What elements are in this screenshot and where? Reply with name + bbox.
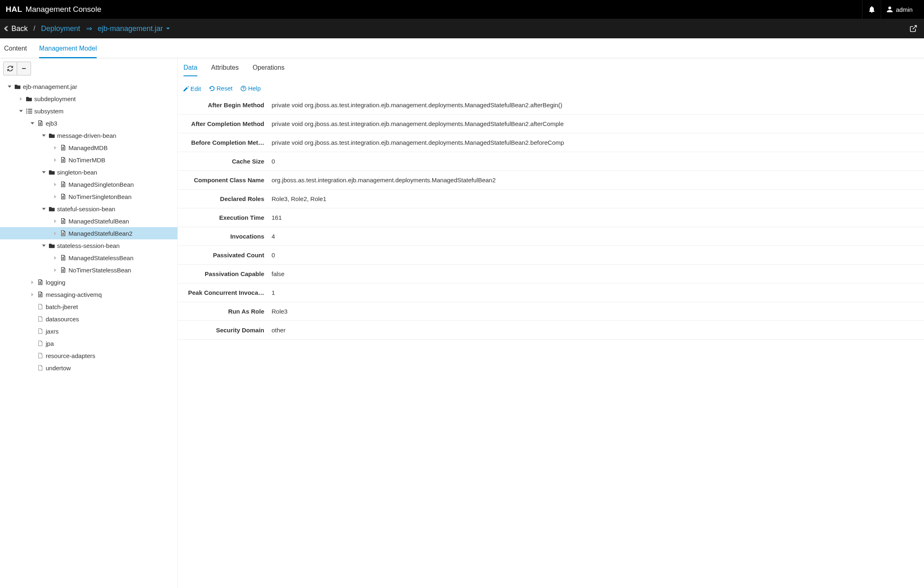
reset-button[interactable]: Reset bbox=[209, 85, 232, 92]
data-label: Passivation Capable bbox=[178, 270, 272, 277]
tree-row[interactable]: NoTimerMDB bbox=[0, 154, 177, 166]
data-label: Declared Roles bbox=[178, 195, 272, 202]
breadcrumb: Back / Deployment ⇒ ejb-management.jar bbox=[4, 24, 170, 33]
user-menu[interactable]: admin bbox=[881, 0, 918, 19]
tree-caret-icon bbox=[29, 122, 36, 125]
data-label: After Completion Method bbox=[178, 120, 272, 127]
tree-row[interactable]: message-driven-bean bbox=[0, 129, 177, 141]
tree-row[interactable]: NoTimerSingletonBean bbox=[0, 190, 177, 203]
tree-row[interactable]: ManagedStatelessBean bbox=[0, 252, 177, 264]
tree-row[interactable]: ManagedSingletonBean bbox=[0, 178, 177, 190]
data-row: Cache Size0 bbox=[178, 152, 924, 171]
tree-label: message-driven-bean bbox=[56, 132, 116, 139]
svg-rect-4 bbox=[26, 113, 27, 113]
tree-row[interactable]: NoTimerStatelessBean bbox=[0, 264, 177, 276]
tree-row[interactable]: stateful-session-bean bbox=[0, 203, 177, 215]
primary-tabs: Content Management Model bbox=[0, 38, 924, 58]
sidebar: − ejb-management.jarsubdeploymentsubsyst… bbox=[0, 58, 178, 588]
tree-label: stateful-session-bean bbox=[56, 206, 115, 212]
breadcrumb-target: ejb-management.jar bbox=[98, 24, 163, 33]
tree-label: logging bbox=[45, 279, 65, 286]
open-external-button[interactable] bbox=[907, 24, 920, 33]
collapse-button[interactable]: − bbox=[17, 62, 31, 75]
tree-label: subdeployment bbox=[33, 95, 76, 102]
svg-rect-2 bbox=[26, 111, 27, 111]
reset-label: Reset bbox=[217, 85, 232, 92]
tree-scroll[interactable]: ejb-management.jarsubdeploymentsubsystem… bbox=[0, 79, 177, 588]
tree-label: ManagedMDB bbox=[68, 144, 108, 151]
folder-icon bbox=[47, 169, 56, 175]
data-value: org.jboss.as.test.integration.ejb.manage… bbox=[272, 177, 924, 183]
tab-content[interactable]: Content bbox=[4, 38, 27, 58]
data-label: Run As Role bbox=[178, 308, 272, 315]
tab-attributes[interactable]: Attributes bbox=[211, 64, 239, 76]
tab-operations[interactable]: Operations bbox=[252, 64, 284, 76]
file-o-icon bbox=[36, 304, 45, 309]
tree-row[interactable]: undertow bbox=[0, 362, 177, 374]
tree-row[interactable]: ManagedMDB bbox=[0, 141, 177, 154]
content-pane: Data Attributes Operations Edit Reset He… bbox=[178, 58, 924, 588]
data-value: 161 bbox=[272, 214, 924, 221]
tab-management-model[interactable]: Management Model bbox=[39, 38, 97, 58]
data-row: Component Class Nameorg.jboss.as.test.in… bbox=[178, 171, 924, 190]
tree-row[interactable]: jaxrs bbox=[0, 325, 177, 337]
tree-caret-icon bbox=[51, 146, 59, 150]
data-label: Peak Concurrent Invoca… bbox=[178, 289, 272, 296]
user-icon bbox=[887, 7, 893, 12]
file-icon bbox=[59, 255, 68, 261]
tree-label: ejb-management.jar bbox=[22, 83, 77, 90]
data-label: Passivated Count bbox=[178, 252, 272, 259]
svg-rect-5 bbox=[28, 113, 32, 113]
tree-row[interactable]: ManagedStatefulBean2 bbox=[0, 227, 177, 239]
refresh-button[interactable] bbox=[3, 62, 17, 75]
tree-caret-icon bbox=[40, 170, 47, 174]
tree-row[interactable]: ejb3 bbox=[0, 117, 177, 129]
tree-row[interactable]: datasources bbox=[0, 313, 177, 325]
tree-label: undertow bbox=[45, 365, 71, 371]
file-icon bbox=[59, 145, 68, 150]
tree-row[interactable]: ManagedStatefulBean bbox=[0, 215, 177, 227]
edit-button[interactable]: Edit bbox=[183, 85, 201, 92]
refresh-icon bbox=[7, 66, 13, 71]
tree-row[interactable]: subdeployment bbox=[0, 93, 177, 105]
tree-row[interactable]: messaging-activemq bbox=[0, 288, 177, 301]
data-value: 0 bbox=[272, 252, 924, 259]
breadcrumb-target-dropdown[interactable]: ejb-management.jar bbox=[98, 24, 170, 33]
tree-row[interactable]: logging bbox=[0, 276, 177, 288]
tree-row[interactable]: subsystem bbox=[0, 105, 177, 117]
tree-row[interactable]: singleton-bean bbox=[0, 166, 177, 178]
tree-row[interactable]: resource-adapters bbox=[0, 349, 177, 362]
svg-rect-0 bbox=[26, 108, 27, 109]
help-icon bbox=[241, 86, 246, 91]
tree-label: ManagedStatefulBean2 bbox=[68, 230, 133, 237]
data-row: Before Completion Met…private void org.j… bbox=[178, 133, 924, 152]
tree-caret-icon bbox=[29, 281, 36, 284]
edit-label: Edit bbox=[190, 85, 201, 92]
tree-caret-icon bbox=[17, 97, 24, 101]
help-button[interactable]: Help bbox=[241, 85, 261, 92]
file-icon bbox=[36, 279, 45, 285]
data-label: Cache Size bbox=[178, 158, 272, 165]
file-icon bbox=[36, 120, 45, 126]
tree-row[interactable]: ejb-management.jar bbox=[0, 80, 177, 93]
file-o-icon bbox=[36, 365, 45, 371]
tree-row[interactable]: stateless-session-bean bbox=[0, 239, 177, 252]
tree-caret-icon bbox=[51, 232, 59, 235]
breadcrumb-arrow-icon: ⇒ bbox=[86, 24, 92, 33]
tree: ejb-management.jarsubdeploymentsubsystem… bbox=[0, 79, 177, 382]
file-icon bbox=[36, 292, 45, 297]
tree-caret-icon bbox=[51, 256, 59, 260]
data-value: private void org.jboss.as.test.integrati… bbox=[272, 120, 924, 127]
notifications-button[interactable] bbox=[862, 0, 881, 19]
tree-row[interactable]: jpa bbox=[0, 337, 177, 349]
tree-label: ManagedStatelessBean bbox=[68, 254, 133, 261]
chevron-left-icon bbox=[4, 26, 10, 31]
breadcrumb-separator: / bbox=[33, 25, 35, 32]
breadcrumb-deployment[interactable]: Deployment bbox=[41, 24, 80, 33]
tree-label: ManagedStatefulBean bbox=[68, 218, 129, 225]
tree-row[interactable]: batch-jberet bbox=[0, 301, 177, 313]
tree-caret-icon bbox=[51, 183, 59, 186]
data-value: private void org.jboss.as.test.integrati… bbox=[272, 102, 924, 108]
back-button[interactable]: Back bbox=[4, 24, 28, 33]
tab-data[interactable]: Data bbox=[183, 64, 197, 76]
